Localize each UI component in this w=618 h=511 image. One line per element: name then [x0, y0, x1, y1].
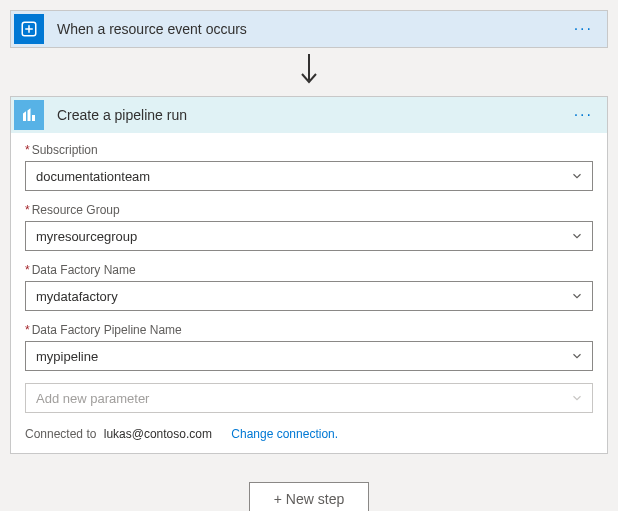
action-icon-wrap — [11, 97, 47, 133]
chevron-down-icon — [570, 391, 584, 405]
pipeline-name-select[interactable]: mypipeline — [25, 341, 593, 371]
chevron-down-icon — [570, 229, 584, 243]
data-factory-icon — [20, 106, 38, 124]
data-factory-name-label: *Data Factory Name — [25, 263, 593, 277]
action-menu-button[interactable]: ··· — [568, 106, 599, 124]
chevron-down-icon — [570, 349, 584, 363]
pipeline-name-value: mypipeline — [36, 349, 98, 364]
trigger-title: When a resource event occurs — [47, 21, 568, 37]
field-subscription: *Subscription documentationteam — [25, 143, 593, 191]
add-parameter-placeholder: Add new parameter — [36, 391, 149, 406]
data-factory-icon — [14, 100, 44, 130]
chevron-down-icon — [570, 169, 584, 183]
connected-to-label: Connected to — [25, 427, 96, 441]
pipeline-name-label: *Data Factory Pipeline Name — [25, 323, 593, 337]
trigger-header[interactable]: When a resource event occurs ··· — [11, 11, 607, 47]
add-parameter-select[interactable]: Add new parameter — [25, 383, 593, 413]
subscription-label: *Subscription — [25, 143, 593, 157]
resource-group-label: *Resource Group — [25, 203, 593, 217]
action-body: *Subscription documentationteam *Resourc… — [11, 133, 607, 453]
change-connection-link[interactable]: Change connection. — [231, 427, 338, 441]
event-grid-icon — [20, 20, 38, 38]
flow-arrow — [10, 48, 608, 96]
subscription-select[interactable]: documentationteam — [25, 161, 593, 191]
action-title: Create a pipeline run — [47, 107, 568, 123]
connection-row: Connected to lukas@contoso.com Change co… — [25, 427, 593, 441]
connection-email: lukas@contoso.com — [104, 427, 212, 441]
data-factory-name-value: mydatafactory — [36, 289, 118, 304]
event-grid-icon — [14, 14, 44, 44]
trigger-menu-button[interactable]: ··· — [568, 20, 599, 38]
chevron-down-icon — [570, 289, 584, 303]
trigger-card: When a resource event occurs ··· — [10, 10, 608, 48]
action-header[interactable]: Create a pipeline run ··· — [11, 97, 607, 133]
new-step-button[interactable]: + New step — [249, 482, 369, 511]
resource-group-select[interactable]: myresourcegroup — [25, 221, 593, 251]
field-resource-group: *Resource Group myresourcegroup — [25, 203, 593, 251]
subscription-value: documentationteam — [36, 169, 150, 184]
resource-group-value: myresourcegroup — [36, 229, 137, 244]
data-factory-name-select[interactable]: mydatafactory — [25, 281, 593, 311]
field-pipeline-name: *Data Factory Pipeline Name mypipeline — [25, 323, 593, 371]
trigger-icon-wrap — [11, 11, 47, 47]
arrow-down-icon — [297, 54, 321, 88]
action-card: Create a pipeline run ··· *Subscription … — [10, 96, 608, 454]
field-data-factory-name: *Data Factory Name mydatafactory — [25, 263, 593, 311]
new-step-wrap: + New step — [10, 482, 608, 511]
